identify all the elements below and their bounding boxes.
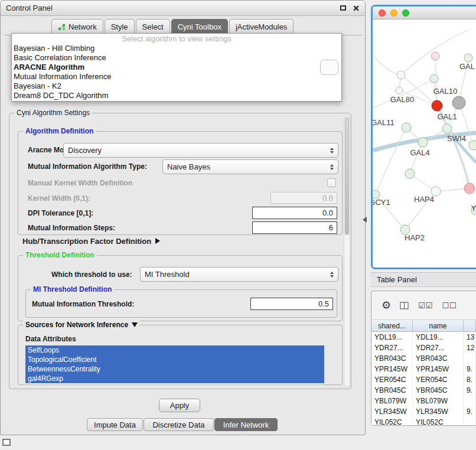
aracne-mode-select[interactable]: Discovery	[63, 143, 338, 158]
network-edge	[373, 55, 401, 75]
network-node-gal4[interactable]	[418, 138, 428, 147]
network-node-gal[interactable]	[464, 54, 472, 62]
table-panel-window: ⚙ ☑☑ ☐☐ shared... name YDL19... YDL19...…	[371, 291, 476, 426]
table-row[interactable]: YBR045C YBR045C 9.	[371, 385, 476, 396]
table-cell: YBR043C	[413, 353, 464, 364]
checked-boxes-icon[interactable]: ☑☑	[418, 302, 433, 309]
column-header-partial[interactable]	[464, 319, 476, 332]
attribute-item[interactable]: TopologicalCoefficient	[25, 355, 324, 364]
network-node-gal11[interactable]	[402, 123, 411, 132]
sources-toggle[interactable]: Sources for Network Inference	[23, 321, 140, 329]
node-label: GAL10	[433, 87, 457, 96]
tab-style[interactable]: Style	[105, 19, 135, 34]
table-row[interactable]: YPR145W YPR145W 9.	[371, 364, 476, 374]
table-cell: YPR145W	[413, 364, 464, 374]
network-node[interactable]	[405, 169, 415, 178]
apply-button[interactable]: Apply	[159, 399, 200, 412]
dropdown-item[interactable]: Dream8 DC_TDC Algorithm	[12, 91, 341, 100]
node-label: GAL1	[437, 112, 457, 121]
table-row[interactable]: YLR345W YLR345W 9.	[371, 406, 476, 417]
dropdown-item[interactable]: Bayesian - K2	[12, 81, 341, 91]
tab-select[interactable]: Select	[136, 19, 170, 34]
table-cell: 12	[464, 343, 476, 353]
tab-infer-network[interactable]: Infer Network	[214, 418, 278, 431]
which-threshold-select[interactable]: MI Threshold	[140, 267, 338, 282]
network-graph: GAL GAL80 GAL10 GAL11 GAL1 SWI4 GAL4 GCY…	[373, 19, 476, 267]
mi-steps-input[interactable]: 6	[252, 221, 337, 234]
columns-icon[interactable]	[400, 302, 409, 309]
table-row[interactable]: YDR27... YDR27... 12	[371, 343, 476, 353]
selected-value: Discovery	[68, 146, 330, 155]
column-header-name[interactable]: name	[413, 319, 464, 332]
settings-scrollbar[interactable]	[344, 115, 350, 387]
network-node-gray[interactable]	[452, 96, 465, 109]
network-node-gal1[interactable]	[442, 124, 452, 133]
network-node[interactable]	[430, 74, 438, 83]
mi-type-label: Mutual Information Algorithm Type:	[28, 162, 147, 171]
network-node-gal80[interactable]	[396, 87, 403, 94]
tab-cyni-toolbox[interactable]: Cyni Toolbox	[171, 19, 228, 34]
tab-discretize-data[interactable]: Discretize Data	[144, 418, 214, 431]
network-node-gal10[interactable]	[432, 100, 442, 111]
tab-jactivemodules[interactable]: jActiveModules	[229, 19, 294, 34]
dropdown-item[interactable]: Bayesian - Hill Climbing	[12, 44, 341, 53]
tab-label: Select	[142, 22, 164, 31]
close-icon[interactable]: ✕	[353, 4, 360, 12]
hub-definition-toggle[interactable]: Hub/Transcription Factor Definition	[22, 236, 160, 246]
close-button[interactable]	[379, 9, 386, 17]
table-cell: YLR345W	[371, 406, 413, 417]
table-cell: YBR045C	[413, 385, 464, 396]
node-label: GAL80	[390, 95, 414, 104]
mi-threshold-input[interactable]: 0.5	[250, 298, 333, 310]
minimized-window-icon[interactable]	[2, 439, 11, 446]
network-node-gcy1[interactable]	[373, 190, 380, 198]
table-cell	[464, 396, 476, 406]
network-node-pink[interactable]	[464, 183, 475, 194]
table-cell: YIL052C	[413, 417, 464, 426]
node-label: HAP4	[414, 195, 434, 204]
dropdown-item[interactable]: Mutual Information Inference	[12, 72, 341, 81]
attribute-list: SelfLoops TopologicalCoefficient Between…	[25, 345, 324, 384]
table-row[interactable]: YBL079W YBL079W	[371, 396, 476, 406]
group-title: Threshold Definition	[23, 251, 97, 259]
network-node[interactable]	[431, 52, 439, 60]
network-node[interactable]	[397, 71, 405, 79]
mi-type-select[interactable]: Naive Bayes	[162, 159, 338, 174]
gear-icon[interactable]: ⚙	[382, 300, 391, 311]
dropdown-item-selected[interactable]: ARACNE Algorithm	[12, 63, 341, 72]
unchecked-boxes-icon[interactable]: ☐☐	[442, 302, 457, 309]
cyni-algorithm-settings-group: Cyni Algorithm Settings Algorithm Defini…	[9, 113, 351, 389]
kernel-width-label: Kernel Width (0,1):	[28, 194, 90, 203]
desktop: Control Panel ✕ Network Style Select Cyn…	[0, 0, 476, 450]
dpi-tolerance-input[interactable]: 0.0	[252, 207, 337, 219]
attribute-item[interactable]: SelfLoops	[25, 345, 324, 355]
table-row[interactable]: YIL052C YIL052C	[371, 417, 476, 426]
tab-label: Network	[69, 22, 97, 31]
attribute-item[interactable]: gal4RGexp	[25, 374, 324, 383]
dropdown-placeholder: Select algorithm to view settings	[12, 34, 341, 44]
control-panel-window: Control Panel ✕ Network Style Select Cyn…	[0, 0, 366, 435]
float-window-icon[interactable]	[340, 5, 346, 11]
table-row[interactable]: YDL19... YDL19... 13	[371, 332, 476, 343]
zoom-button[interactable]	[402, 9, 409, 17]
network-view-window: GAL GAL80 GAL10 GAL11 GAL1 SWI4 GAL4 GCY…	[371, 5, 476, 269]
table-row[interactable]: YER054C YER054C 8.	[371, 374, 476, 385]
table-header-row: shared... name	[371, 319, 476, 332]
table-row[interactable]: YBR043C YBR043C	[371, 353, 476, 364]
network-edge	[376, 128, 406, 194]
tab-impute-data[interactable]: Impute Data	[87, 418, 143, 431]
minimize-button[interactable]	[390, 9, 397, 17]
attribute-item[interactable]: BetweennessCentrality	[25, 364, 324, 374]
table-cell: YER054C	[371, 374, 413, 385]
table-cell: YIL052C	[371, 417, 413, 426]
column-header-shared-name[interactable]: shared...	[371, 319, 413, 332]
mi-threshold-label: Mutual Information Threshold:	[32, 300, 134, 308]
sources-group: Sources for Network Inference Data Attri…	[18, 325, 343, 385]
dpi-tolerance-label: DPI Tolerance [0,1]:	[28, 209, 93, 217]
dropdown-item[interactable]: Basic Correlation Inference	[12, 53, 341, 63]
network-node-swi4[interactable]	[469, 141, 476, 150]
scrollbar-thumb[interactable]	[345, 117, 349, 235]
tab-network[interactable]: Network	[51, 19, 103, 34]
panel-collapse-arrow[interactable]	[363, 217, 367, 223]
algorithm-dropdown-list: Select algorithm to view settings Bayesi…	[11, 33, 342, 102]
